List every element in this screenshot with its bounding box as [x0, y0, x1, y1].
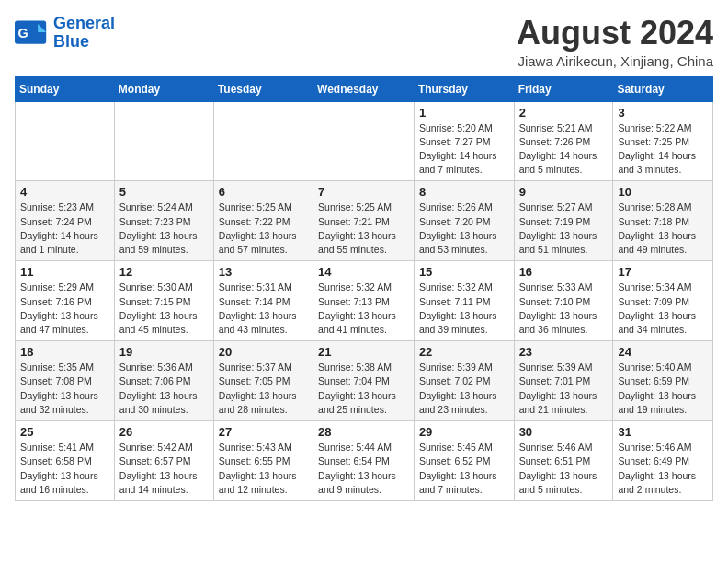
calendar-cell: 10Sunrise: 5:28 AMSunset: 7:18 PMDayligh… — [613, 181, 713, 261]
day-number: 31 — [618, 425, 708, 439]
calendar-cell: 15Sunrise: 5:32 AMSunset: 7:11 PMDayligh… — [414, 261, 514, 341]
calendar-cell: 7Sunrise: 5:25 AMSunset: 7:21 PMDaylight… — [313, 181, 415, 261]
calendar-cell: 28Sunrise: 5:44 AMSunset: 6:54 PMDayligh… — [313, 421, 415, 501]
weekday-header: Monday — [114, 76, 213, 101]
location: Jiawa Airikecun, Xinjiang, China — [517, 53, 713, 69]
day-number: 21 — [318, 345, 409, 359]
day-number: 8 — [419, 185, 509, 199]
day-number: 24 — [618, 345, 708, 359]
day-info: Sunrise: 5:20 AMSunset: 7:27 PMDaylight:… — [419, 121, 509, 178]
day-info: Sunrise: 5:24 AMSunset: 7:23 PMDaylight:… — [119, 201, 209, 257]
weekday-header: Thursday — [414, 76, 514, 101]
day-info: Sunrise: 5:26 AMSunset: 7:20 PMDaylight:… — [419, 201, 509, 257]
month-year: August 2024 — [517, 15, 713, 52]
day-number: 17 — [618, 265, 708, 279]
day-info: Sunrise: 5:32 AMSunset: 7:11 PMDaylight:… — [419, 281, 509, 337]
calendar-cell: 9Sunrise: 5:27 AMSunset: 7:19 PMDaylight… — [514, 181, 613, 261]
day-info: Sunrise: 5:29 AMSunset: 7:16 PMDaylight:… — [20, 281, 109, 337]
day-number: 18 — [20, 345, 109, 359]
calendar-cell: 23Sunrise: 5:39 AMSunset: 7:01 PMDayligh… — [514, 341, 613, 421]
day-info: Sunrise: 5:38 AMSunset: 7:04 PMDaylight:… — [318, 361, 409, 417]
calendar-cell — [16, 101, 115, 181]
page-header: G General Blue August 2024 Jiawa Airikec… — [15, 15, 713, 69]
day-info: Sunrise: 5:45 AMSunset: 6:52 PMDaylight:… — [419, 441, 509, 497]
calendar-cell: 22Sunrise: 5:39 AMSunset: 7:02 PMDayligh… — [414, 341, 514, 421]
day-number: 1 — [419, 106, 509, 120]
calendar-cell: 16Sunrise: 5:33 AMSunset: 7:10 PMDayligh… — [514, 261, 613, 341]
logo-blue: Blue — [53, 32, 89, 51]
day-number: 23 — [519, 345, 609, 359]
calendar-cell: 14Sunrise: 5:32 AMSunset: 7:13 PMDayligh… — [313, 261, 415, 341]
svg-text:G: G — [18, 25, 28, 40]
day-number: 29 — [419, 425, 509, 439]
day-info: Sunrise: 5:39 AMSunset: 7:02 PMDaylight:… — [419, 361, 509, 417]
calendar-cell: 4Sunrise: 5:23 AMSunset: 7:24 PMDaylight… — [16, 181, 115, 261]
calendar-week-row: 18Sunrise: 5:35 AMSunset: 7:08 PMDayligh… — [16, 341, 713, 421]
day-number: 16 — [519, 265, 609, 279]
day-number: 25 — [20, 425, 109, 439]
calendar-cell: 21Sunrise: 5:38 AMSunset: 7:04 PMDayligh… — [313, 341, 415, 421]
day-info: Sunrise: 5:42 AMSunset: 6:57 PMDaylight:… — [119, 441, 209, 497]
calendar-cell: 6Sunrise: 5:25 AMSunset: 7:22 PMDaylight… — [213, 181, 313, 261]
calendar-cell: 1Sunrise: 5:20 AMSunset: 7:27 PMDaylight… — [414, 101, 514, 181]
weekday-header: Tuesday — [213, 76, 313, 101]
weekday-header: Friday — [514, 76, 613, 101]
day-number: 28 — [318, 425, 409, 439]
calendar-cell: 13Sunrise: 5:31 AMSunset: 7:14 PMDayligh… — [213, 261, 313, 341]
day-info: Sunrise: 5:28 AMSunset: 7:18 PMDaylight:… — [618, 201, 708, 257]
calendar-cell: 12Sunrise: 5:30 AMSunset: 7:15 PMDayligh… — [114, 261, 213, 341]
calendar-cell — [114, 101, 213, 181]
day-info: Sunrise: 5:43 AMSunset: 6:55 PMDaylight:… — [219, 441, 308, 497]
day-number: 3 — [618, 106, 708, 120]
day-number: 20 — [219, 345, 308, 359]
day-info: Sunrise: 5:46 AMSunset: 6:51 PMDaylight:… — [519, 441, 609, 497]
title-block: August 2024 Jiawa Airikecun, Xinjiang, C… — [517, 15, 713, 69]
calendar-cell: 26Sunrise: 5:42 AMSunset: 6:57 PMDayligh… — [114, 421, 213, 501]
day-number: 19 — [119, 345, 209, 359]
day-number: 12 — [119, 265, 209, 279]
calendar-cell: 29Sunrise: 5:45 AMSunset: 6:52 PMDayligh… — [414, 421, 514, 501]
day-number: 4 — [20, 185, 109, 199]
day-number: 15 — [419, 265, 509, 279]
calendar-cell: 18Sunrise: 5:35 AMSunset: 7:08 PMDayligh… — [16, 341, 115, 421]
day-info: Sunrise: 5:46 AMSunset: 6:49 PMDaylight:… — [618, 441, 708, 497]
day-number: 9 — [519, 185, 609, 199]
calendar-table: SundayMondayTuesdayWednesdayThursdayFrid… — [15, 76, 713, 501]
day-number: 6 — [219, 185, 308, 199]
calendar-cell: 25Sunrise: 5:41 AMSunset: 6:58 PMDayligh… — [16, 421, 115, 501]
calendar-cell: 31Sunrise: 5:46 AMSunset: 6:49 PMDayligh… — [613, 421, 713, 501]
calendar-cell: 20Sunrise: 5:37 AMSunset: 7:05 PMDayligh… — [213, 341, 313, 421]
day-number: 22 — [419, 345, 509, 359]
day-info: Sunrise: 5:25 AMSunset: 7:21 PMDaylight:… — [318, 201, 409, 257]
calendar-cell: 8Sunrise: 5:26 AMSunset: 7:20 PMDaylight… — [414, 181, 514, 261]
day-info: Sunrise: 5:37 AMSunset: 7:05 PMDaylight:… — [219, 361, 308, 417]
day-info: Sunrise: 5:40 AMSunset: 6:59 PMDaylight:… — [618, 361, 708, 417]
logo: G General Blue — [15, 15, 115, 52]
day-info: Sunrise: 5:32 AMSunset: 7:13 PMDaylight:… — [318, 281, 409, 337]
day-number: 14 — [318, 265, 409, 279]
calendar-week-row: 4Sunrise: 5:23 AMSunset: 7:24 PMDaylight… — [16, 181, 713, 261]
calendar-cell: 2Sunrise: 5:21 AMSunset: 7:26 PMDaylight… — [514, 101, 613, 181]
calendar-cell: 24Sunrise: 5:40 AMSunset: 6:59 PMDayligh… — [613, 341, 713, 421]
calendar-week-row: 25Sunrise: 5:41 AMSunset: 6:58 PMDayligh… — [16, 421, 713, 501]
day-number: 7 — [318, 185, 409, 199]
day-number: 2 — [519, 106, 609, 120]
logo-icon: G — [15, 20, 48, 46]
day-info: Sunrise: 5:41 AMSunset: 6:58 PMDaylight:… — [20, 441, 109, 497]
calendar-week-row: 1Sunrise: 5:20 AMSunset: 7:27 PMDaylight… — [16, 101, 713, 181]
calendar-cell: 11Sunrise: 5:29 AMSunset: 7:16 PMDayligh… — [16, 261, 115, 341]
day-info: Sunrise: 5:31 AMSunset: 7:14 PMDaylight:… — [219, 281, 308, 337]
day-info: Sunrise: 5:30 AMSunset: 7:15 PMDaylight:… — [119, 281, 209, 337]
weekday-header: Saturday — [613, 76, 713, 101]
calendar-week-row: 11Sunrise: 5:29 AMSunset: 7:16 PMDayligh… — [16, 261, 713, 341]
calendar-header-row: SundayMondayTuesdayWednesdayThursdayFrid… — [16, 76, 713, 101]
calendar-cell: 3Sunrise: 5:22 AMSunset: 7:25 PMDaylight… — [613, 101, 713, 181]
day-number: 10 — [618, 185, 708, 199]
day-info: Sunrise: 5:44 AMSunset: 6:54 PMDaylight:… — [318, 441, 409, 497]
day-number: 13 — [219, 265, 308, 279]
calendar-cell: 27Sunrise: 5:43 AMSunset: 6:55 PMDayligh… — [213, 421, 313, 501]
calendar-cell: 17Sunrise: 5:34 AMSunset: 7:09 PMDayligh… — [613, 261, 713, 341]
day-info: Sunrise: 5:25 AMSunset: 7:22 PMDaylight:… — [219, 201, 308, 257]
day-info: Sunrise: 5:22 AMSunset: 7:25 PMDaylight:… — [618, 121, 708, 178]
day-number: 27 — [219, 425, 308, 439]
